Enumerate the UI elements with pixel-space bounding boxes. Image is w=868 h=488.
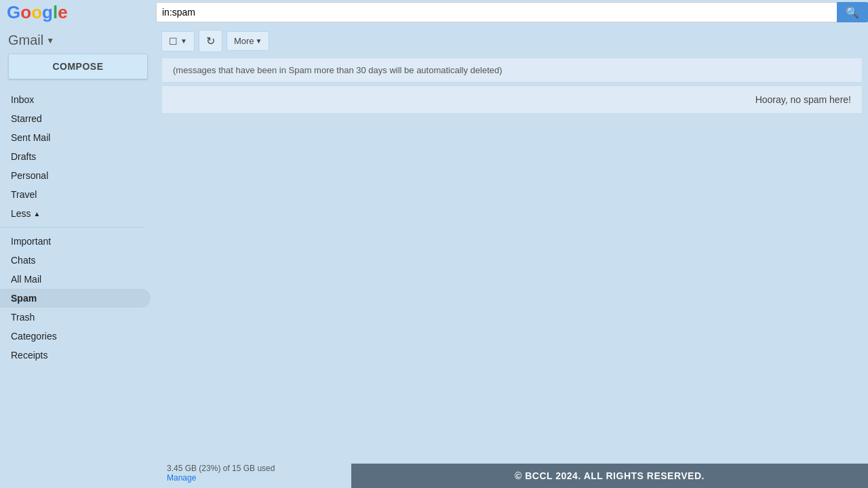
bccl-copyright-bar: © BCCL 2024. ALL RIGHTS RESERVED. [351, 464, 868, 488]
sidebar-item-inbox[interactable]: Inbox [0, 90, 151, 109]
sidebar-item-receipts[interactable]: Receipts [0, 346, 151, 365]
checkbox-icon: ☐ [169, 36, 178, 47]
sidebar-item-categories[interactable]: Categories [0, 327, 151, 346]
compose-button[interactable]: COMPOSE [8, 54, 148, 79]
logo-e: e [58, 2, 67, 22]
logo-o1: o [20, 2, 31, 22]
nav-divider [0, 227, 145, 228]
less-arrow-icon: ▲ [34, 210, 41, 218]
sidebar-item-less[interactable]: Less ▲ [0, 204, 156, 223]
sidebar-item-spam[interactable]: Spam [0, 289, 151, 308]
refresh-button[interactable]: ↻ [199, 30, 222, 52]
google-logo: Google [0, 2, 156, 23]
search-button[interactable]: 🔍 [837, 2, 868, 22]
gmail-dropdown-arrow-icon: ▼ [46, 36, 54, 45]
logo-o2: o [31, 2, 42, 22]
checkbox-dropdown-arrow-icon: ▼ [180, 37, 187, 45]
search-input[interactable] [156, 2, 837, 22]
manage-storage-link[interactable]: Manage [167, 473, 196, 483]
empty-spam-notice: Hooray, no spam here! [161, 85, 863, 114]
logo-g: G [7, 2, 20, 22]
gmail-label[interactable]: Gmail ▼ [0, 30, 156, 54]
logo-g2: g [42, 2, 53, 22]
sidebar-item-trash[interactable]: Trash [0, 308, 151, 327]
main-layout: Gmail ▼ COMPOSE Inbox Starred Sent Mail … [0, 24, 868, 488]
sidebar: Gmail ▼ COMPOSE Inbox Starred Sent Mail … [0, 24, 156, 488]
spam-notice: (messages that have been in Spam more th… [161, 58, 863, 83]
more-dropdown-arrow-icon: ▼ [256, 37, 262, 45]
sidebar-item-chats[interactable]: Chats [0, 251, 151, 270]
content-area: ☐ ▼ ↻ More ▼ (messages that have been in… [156, 24, 868, 488]
refresh-icon: ↻ [206, 35, 215, 47]
sidebar-item-travel[interactable]: Travel [0, 185, 151, 204]
sidebar-item-drafts[interactable]: Drafts [0, 147, 151, 166]
select-checkbox-button[interactable]: ☐ ▼ [161, 31, 195, 52]
sidebar-item-sent[interactable]: Sent Mail [0, 128, 151, 147]
header: Google 🔍 [0, 0, 868, 24]
sidebar-item-important[interactable]: Important [0, 232, 151, 251]
more-button[interactable]: More ▼ [226, 31, 270, 51]
sidebar-item-starred[interactable]: Starred [0, 109, 151, 128]
search-icon: 🔍 [846, 6, 859, 19]
search-bar: 🔍 [156, 2, 868, 22]
sidebar-item-personal[interactable]: Personal [0, 166, 151, 185]
sidebar-item-allmail[interactable]: All Mail [0, 270, 151, 289]
toolbar: ☐ ▼ ↻ More ▼ [161, 30, 863, 52]
